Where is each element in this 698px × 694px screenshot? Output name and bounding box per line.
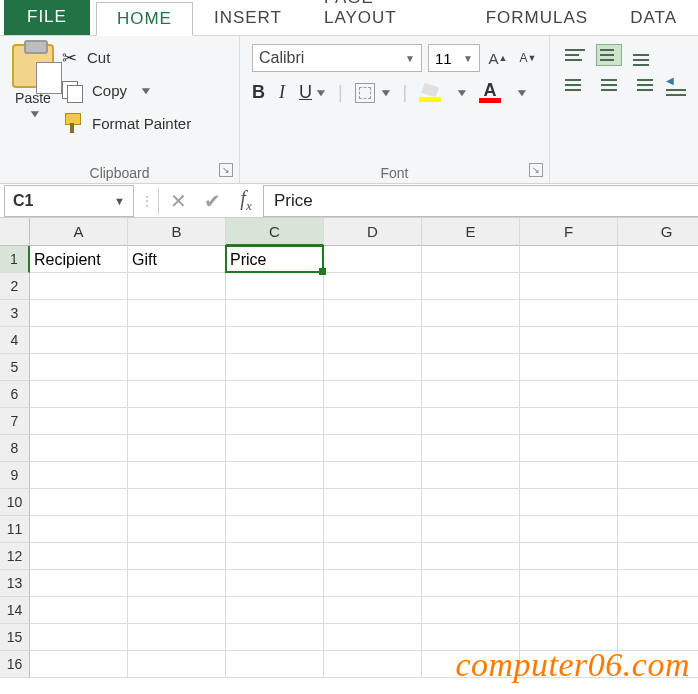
cell-D8[interactable] — [324, 435, 422, 462]
cell-A14[interactable] — [30, 597, 128, 624]
cell-C2[interactable] — [226, 273, 324, 300]
row-header-11[interactable]: 11 — [0, 516, 30, 543]
row-header-15[interactable]: 15 — [0, 624, 30, 651]
cell-E6[interactable] — [422, 381, 520, 408]
cell-G10[interactable] — [618, 489, 698, 516]
cell-E15[interactable] — [422, 624, 520, 651]
cell-G9[interactable] — [618, 462, 698, 489]
row-header-1[interactable]: 1 — [0, 246, 30, 273]
cell-G12[interactable] — [618, 543, 698, 570]
tab-formulas[interactable]: FORMULAS — [465, 1, 609, 35]
cell-D12[interactable] — [324, 543, 422, 570]
cell-B4[interactable] — [128, 327, 226, 354]
formula-bar-input[interactable]: Price — [263, 185, 698, 217]
cell-G11[interactable] — [618, 516, 698, 543]
cell-G3[interactable] — [618, 300, 698, 327]
cell-F9[interactable] — [520, 462, 618, 489]
cell-C10[interactable] — [226, 489, 324, 516]
cell-F15[interactable] — [520, 624, 618, 651]
column-header-D[interactable]: D — [324, 218, 422, 246]
row-header-7[interactable]: 7 — [0, 408, 30, 435]
cell-E16[interactable] — [422, 651, 520, 678]
cell-F11[interactable] — [520, 516, 618, 543]
cell-D6[interactable] — [324, 381, 422, 408]
cell-C7[interactable] — [226, 408, 324, 435]
cell-F5[interactable] — [520, 354, 618, 381]
cell-A7[interactable] — [30, 408, 128, 435]
cell-D14[interactable] — [324, 597, 422, 624]
cell-F13[interactable] — [520, 570, 618, 597]
cell-G5[interactable] — [618, 354, 698, 381]
italic-button[interactable]: I — [279, 82, 285, 103]
cell-E12[interactable] — [422, 543, 520, 570]
cell-G8[interactable] — [618, 435, 698, 462]
cell-E13[interactable] — [422, 570, 520, 597]
cell-A16[interactable] — [30, 651, 128, 678]
row-header-6[interactable]: 6 — [0, 381, 30, 408]
cell-G14[interactable] — [618, 597, 698, 624]
name-box[interactable]: C1 ▼ — [4, 185, 134, 217]
enter-formula-button[interactable]: ✔ — [195, 189, 229, 213]
align-right-button[interactable] — [630, 74, 656, 96]
cell-F6[interactable] — [520, 381, 618, 408]
insert-function-button[interactable]: fx — [229, 187, 263, 214]
cell-F8[interactable] — [520, 435, 618, 462]
clipboard-dialog-launcher[interactable]: ↘ — [219, 163, 233, 177]
cell-B6[interactable] — [128, 381, 226, 408]
cell-C14[interactable] — [226, 597, 324, 624]
cell-D10[interactable] — [324, 489, 422, 516]
decrease-font-size-button[interactable]: A▼ — [516, 46, 540, 70]
font-color-dropdown-icon[interactable]: ▼ — [515, 87, 529, 98]
cell-F3[interactable] — [520, 300, 618, 327]
cell-B13[interactable] — [128, 570, 226, 597]
row-header-14[interactable]: 14 — [0, 597, 30, 624]
cell-B16[interactable] — [128, 651, 226, 678]
cut-button[interactable]: ✂ Cut — [62, 44, 191, 71]
tab-page-layout[interactable]: PAGE LAYOUT — [303, 0, 465, 35]
fill-color-dropdown-icon[interactable]: ▼ — [455, 87, 469, 98]
copy-button[interactable]: Copy ▼ — [62, 77, 191, 104]
cell-E10[interactable] — [422, 489, 520, 516]
cell-E2[interactable] — [422, 273, 520, 300]
column-header-B[interactable]: B — [128, 218, 226, 246]
cell-D11[interactable] — [324, 516, 422, 543]
cell-D5[interactable] — [324, 354, 422, 381]
cell-A5[interactable] — [30, 354, 128, 381]
cell-B11[interactable] — [128, 516, 226, 543]
cell-C16[interactable] — [226, 651, 324, 678]
cell-C15[interactable] — [226, 624, 324, 651]
cell-D1[interactable] — [324, 246, 422, 273]
tab-file[interactable]: FILE — [4, 0, 90, 35]
name-box-expand-icon[interactable]: ⋮ — [138, 194, 156, 208]
row-header-12[interactable]: 12 — [0, 543, 30, 570]
bold-button[interactable]: B — [252, 82, 265, 103]
cell-G7[interactable] — [618, 408, 698, 435]
cell-A4[interactable] — [30, 327, 128, 354]
cell-E11[interactable] — [422, 516, 520, 543]
cell-B1[interactable]: Gift — [128, 246, 226, 273]
cell-E5[interactable] — [422, 354, 520, 381]
cell-D13[interactable] — [324, 570, 422, 597]
cell-E9[interactable] — [422, 462, 520, 489]
chevron-down-icon[interactable]: ▼ — [114, 195, 125, 207]
column-header-G[interactable]: G — [618, 218, 698, 246]
cell-A10[interactable] — [30, 489, 128, 516]
cell-B5[interactable] — [128, 354, 226, 381]
cell-A3[interactable] — [30, 300, 128, 327]
copy-dropdown-icon[interactable]: ▼ — [139, 85, 153, 96]
cell-C9[interactable] — [226, 462, 324, 489]
increase-font-size-button[interactable]: A▲ — [486, 46, 510, 70]
row-header-13[interactable]: 13 — [0, 570, 30, 597]
decrease-indent-button[interactable]: ◀ — [664, 74, 690, 96]
cell-E3[interactable] — [422, 300, 520, 327]
cell-G13[interactable] — [618, 570, 698, 597]
cell-D9[interactable] — [324, 462, 422, 489]
cell-F12[interactable] — [520, 543, 618, 570]
cell-C6[interactable] — [226, 381, 324, 408]
cell-C12[interactable] — [226, 543, 324, 570]
cell-C8[interactable] — [226, 435, 324, 462]
cell-A9[interactable] — [30, 462, 128, 489]
cell-G1[interactable] — [618, 246, 698, 273]
underline-button[interactable]: U — [299, 82, 312, 103]
cell-F1[interactable] — [520, 246, 618, 273]
